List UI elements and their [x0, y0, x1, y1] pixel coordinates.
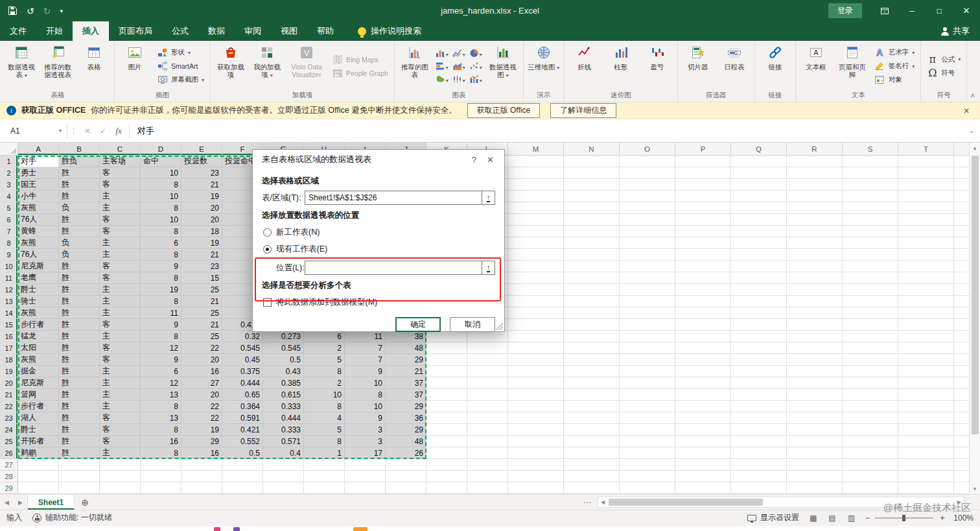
cell-E22[interactable]: 22 — [181, 401, 222, 412]
cell-R25[interactable] — [787, 436, 843, 447]
cell-D26[interactable]: 8 — [141, 447, 181, 459]
cell-N21[interactable] — [564, 389, 620, 401]
cell-K27[interactable] — [426, 459, 467, 471]
cell-Q11[interactable] — [731, 272, 787, 284]
row-header-17[interactable]: 17 — [0, 342, 18, 354]
symbol-button[interactable]: Ω符号 — [924, 66, 964, 80]
cell-T8[interactable] — [898, 237, 954, 249]
cell-R20[interactable] — [787, 377, 843, 389]
cell-C11[interactable]: 客 — [100, 272, 141, 284]
cell-A6[interactable]: 76人 — [18, 214, 59, 226]
scroll-left-icon[interactable]: ◀ — [598, 499, 607, 505]
cell-Q22[interactable] — [731, 401, 787, 412]
cell-R3[interactable] — [787, 179, 843, 191]
cell-M1[interactable] — [508, 156, 564, 167]
sheet-nav-next-icon[interactable]: ▶ — [14, 499, 27, 506]
cell-A17[interactable]: 太阳 — [18, 342, 59, 354]
cell-O11[interactable] — [620, 272, 675, 284]
sheet-tab-sheet1[interactable]: Sheet1 — [27, 495, 75, 510]
location-range-select-button[interactable]: ↑ — [482, 261, 495, 274]
cell-D11[interactable]: 8 — [141, 272, 181, 284]
cell-E13[interactable]: 21 — [181, 296, 222, 307]
cell-E9[interactable]: 21 — [181, 249, 222, 261]
login-button[interactable]: 登录 — [828, 3, 862, 18]
cell-T2[interactable] — [898, 167, 954, 179]
cell-T16[interactable] — [898, 331, 954, 342]
cancel-button[interactable]: 取消 — [450, 317, 495, 332]
cell-T4[interactable] — [898, 191, 954, 202]
cell-E20[interactable]: 27 — [181, 377, 222, 389]
sparkline-winloss-button[interactable]: 盈亏 — [640, 42, 675, 84]
cell-K22[interactable] — [426, 401, 467, 412]
cell-T12[interactable] — [898, 284, 954, 296]
cell-A16[interactable]: 猛龙 — [18, 331, 59, 342]
cell-A28[interactable] — [18, 471, 59, 482]
shapes-button[interactable]: 形状▾ — [154, 46, 207, 60]
cell-S8[interactable] — [843, 237, 898, 249]
cell-A23[interactable]: 湖人 — [18, 412, 59, 424]
row-header-20[interactable]: 20 — [0, 377, 18, 389]
cell-Q24[interactable] — [731, 424, 787, 436]
cell-E5[interactable]: 20 — [181, 202, 222, 214]
cell-I17[interactable]: 7 — [345, 342, 386, 354]
cell-N26[interactable] — [564, 447, 620, 459]
cell-L25[interactable] — [467, 436, 508, 447]
cell-R18[interactable] — [787, 354, 843, 366]
cell-S2[interactable] — [843, 167, 898, 179]
cell-Q15[interactable] — [731, 319, 787, 331]
cell-A3[interactable]: 国王 — [18, 179, 59, 191]
timeline-button[interactable]: 日程表 — [717, 42, 752, 84]
cell-T6[interactable] — [898, 214, 954, 226]
cell-T21[interactable] — [898, 389, 954, 401]
cell-M20[interactable] — [508, 377, 564, 389]
scroll-down-icon[interactable]: ▼ — [972, 484, 977, 494]
cell-C29[interactable] — [100, 482, 141, 494]
cell-M9[interactable] — [508, 249, 564, 261]
cell-B17[interactable]: 胜 — [59, 342, 100, 354]
three-d-map-button[interactable]: 三维地图 ▾ — [526, 42, 561, 84]
cell-T19[interactable] — [898, 366, 954, 377]
signature-button[interactable]: 签名行▾ — [871, 60, 918, 73]
cell-L27[interactable] — [467, 459, 508, 471]
cell-T14[interactable] — [898, 307, 954, 319]
cell-N2[interactable] — [564, 167, 620, 179]
cell-A5[interactable]: 灰熊 — [18, 202, 59, 214]
cell-D14[interactable]: 11 — [141, 307, 181, 319]
zoom-level[interactable]: 100% — [951, 513, 974, 523]
row-header-15[interactable]: 15 — [0, 319, 18, 331]
cell-J16[interactable]: 38 — [386, 331, 426, 342]
cell-E28[interactable] — [181, 471, 222, 482]
cell-B9[interactable]: 负 — [59, 249, 100, 261]
cell-O2[interactable] — [620, 167, 675, 179]
cell-A1[interactable]: 对手 — [18, 156, 59, 167]
cell-O22[interactable] — [620, 401, 675, 412]
cell-L16[interactable] — [467, 331, 508, 342]
cell-S5[interactable] — [843, 202, 898, 214]
row-header-1[interactable]: 1 — [0, 156, 18, 167]
cell-L23[interactable] — [467, 412, 508, 424]
share-button[interactable]: 共享 — [940, 21, 980, 41]
cell-D18[interactable]: 9 — [141, 354, 181, 366]
cell-C28[interactable] — [100, 471, 141, 482]
cell-G25[interactable]: 0.571 — [263, 436, 304, 447]
row-header-12[interactable]: 12 — [0, 284, 18, 296]
cell-R8[interactable] — [787, 237, 843, 249]
cell-S3[interactable] — [843, 179, 898, 191]
cell-P16[interactable] — [675, 331, 731, 342]
cell-N4[interactable] — [564, 191, 620, 202]
cell-O24[interactable] — [620, 424, 675, 436]
radio-existing-worksheet[interactable] — [263, 245, 272, 254]
cell-K18[interactable] — [426, 354, 467, 366]
cell-T10[interactable] — [898, 261, 954, 272]
cell-E4[interactable]: 19 — [181, 191, 222, 202]
cell-C4[interactable]: 主 — [100, 191, 141, 202]
my-addins-button[interactable]: 我的加载项 ▾ — [250, 42, 285, 84]
cell-O29[interactable] — [620, 482, 675, 494]
column-header-B[interactable]: B — [59, 143, 100, 156]
cell-N23[interactable] — [564, 412, 620, 424]
cell-D28[interactable] — [141, 471, 181, 482]
screenshot-button[interactable]: 屏幕截图▾ — [154, 73, 207, 87]
sparkline-column-button[interactable]: 柱形 — [603, 42, 638, 84]
cell-S17[interactable] — [843, 342, 898, 354]
cell-B25[interactable]: 胜 — [59, 436, 100, 447]
